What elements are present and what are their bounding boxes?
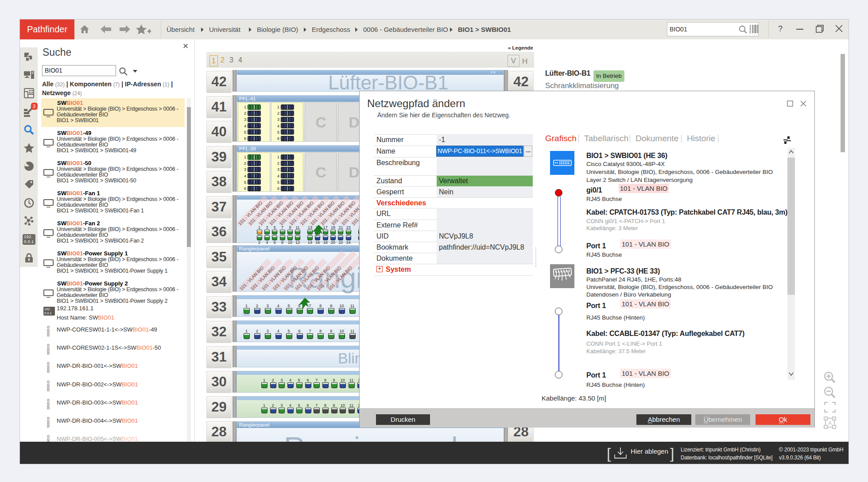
svg-text:A: A [828, 420, 832, 426]
